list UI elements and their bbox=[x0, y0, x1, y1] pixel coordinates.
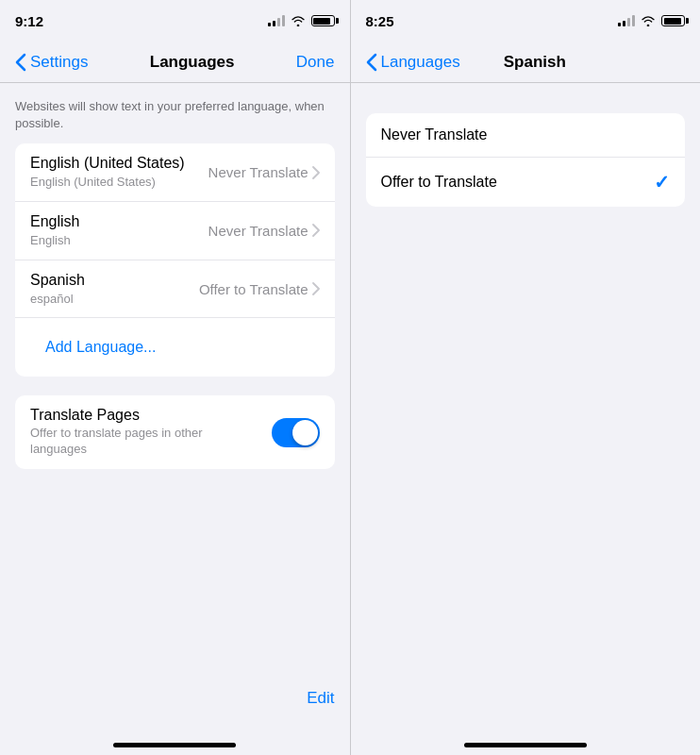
translate-pages-title: Translate Pages bbox=[30, 407, 260, 424]
edit-button[interactable]: Edit bbox=[307, 689, 334, 708]
lang-subtitle-0: English (United States) bbox=[30, 175, 185, 191]
wifi-icon bbox=[641, 15, 656, 26]
right-content: Never Translate Offer to Translate ✓ bbox=[351, 83, 701, 755]
offer-to-translate-option[interactable]: Offer to Translate ✓ bbox=[366, 158, 686, 207]
offer-to-translate-label: Offer to Translate bbox=[381, 174, 497, 191]
settings-back-button[interactable]: Settings bbox=[15, 53, 88, 72]
lang-subtitle-1: English bbox=[30, 233, 79, 249]
never-translate-option[interactable]: Never Translate bbox=[366, 113, 686, 158]
signal-icon bbox=[618, 15, 635, 26]
lang-value-0: Never Translate bbox=[208, 164, 308, 180]
add-language-button[interactable]: Add Language... bbox=[15, 318, 335, 377]
list-item[interactable]: English English Never Translate bbox=[15, 202, 335, 260]
chevron-icon bbox=[312, 166, 320, 179]
description-text: Websites will show text in your preferre… bbox=[0, 98, 350, 143]
status-icons-right bbox=[618, 15, 685, 26]
add-language-label: Add Language... bbox=[30, 328, 171, 366]
battery-icon bbox=[311, 15, 335, 26]
translate-pages-toggle[interactable] bbox=[272, 418, 320, 447]
status-time-right: 8:25 bbox=[366, 13, 394, 29]
nav-bar-left: Settings Languages Done bbox=[0, 42, 350, 83]
back-label-right: Languages bbox=[381, 53, 460, 72]
done-button[interactable]: Done bbox=[296, 53, 335, 72]
chevron-icon bbox=[312, 282, 320, 295]
translate-pages-item: Translate Pages Offer to translate pages… bbox=[15, 395, 335, 469]
list-item[interactable]: Spanish español Offer to Translate bbox=[15, 260, 335, 319]
languages-back-button[interactable]: Languages bbox=[366, 53, 460, 72]
right-panel: 8:25 Languages Spanish bbox=[351, 0, 701, 755]
lang-subtitle-2: español bbox=[30, 292, 85, 308]
nav-bar-right: Languages Spanish bbox=[351, 42, 701, 83]
status-bar-right: 8:25 bbox=[351, 0, 701, 42]
left-panel: 9:12 Settings Languages Done Web bbox=[0, 0, 350, 755]
left-nav-title: Languages bbox=[150, 53, 235, 72]
battery-icon bbox=[661, 15, 685, 26]
status-icons-left bbox=[268, 15, 335, 26]
wifi-icon bbox=[291, 15, 306, 26]
status-time-left: 9:12 bbox=[15, 13, 43, 29]
checkmark-icon: ✓ bbox=[654, 171, 670, 193]
translate-options-list: Never Translate Offer to Translate ✓ bbox=[366, 113, 686, 207]
lang-title-2: Spanish bbox=[30, 271, 85, 291]
left-content: Websites will show text in your preferre… bbox=[0, 83, 350, 755]
lang-value-2: Offer to Translate bbox=[199, 281, 308, 297]
home-indicator-left bbox=[113, 743, 236, 747]
chevron-icon bbox=[312, 224, 320, 237]
right-nav-title: Spanish bbox=[504, 53, 566, 72]
translate-pages-group: Translate Pages Offer to translate pages… bbox=[15, 395, 335, 469]
language-list: English (United States) English (United … bbox=[15, 143, 335, 377]
list-item[interactable]: English (United States) English (United … bbox=[15, 143, 335, 202]
lang-value-1: Never Translate bbox=[208, 223, 308, 239]
home-indicator-right bbox=[464, 743, 587, 747]
status-bar-left: 9:12 bbox=[0, 0, 350, 42]
translate-pages-subtitle: Offer to translate pages in other langua… bbox=[30, 426, 260, 458]
never-translate-label: Never Translate bbox=[381, 126, 488, 143]
signal-icon bbox=[268, 15, 285, 26]
lang-title-0: English (United States) bbox=[30, 154, 185, 174]
lang-title-1: English bbox=[30, 212, 79, 232]
back-label: Settings bbox=[30, 53, 88, 72]
